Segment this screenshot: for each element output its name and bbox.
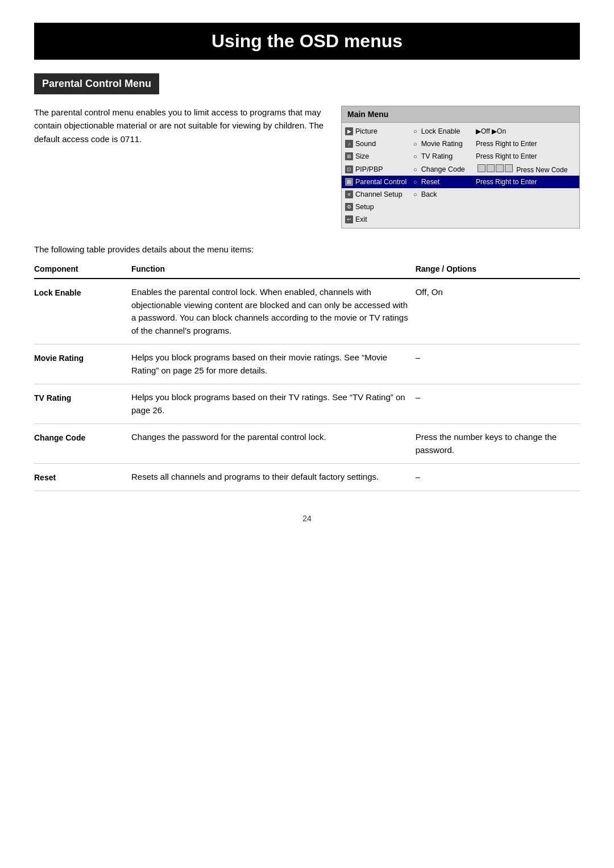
page-container: Using the OSD menus Parental Control Men… [0,0,614,868]
osd-menu-channel: ≡ Channel Setup [345,190,413,198]
table-section: The following table provides details abo… [34,244,580,491]
bullet-icon: ○ [413,153,417,160]
intro-text: The parental control menu enables you to… [34,106,324,146]
osd-row-size: ⊞ Size ○ TV Rating Press Right to Enter [342,150,579,163]
osd-row-channel: ≡ Channel Setup ○ Back [342,188,579,201]
code-box-2 [487,164,495,172]
osd-value-lock-enable: ▶Off ▶On [476,127,576,135]
cell-function-reset: Resets all channels and programs to thei… [131,464,416,491]
picture-icon: ▶ [345,127,353,135]
cell-range-change-code: Press the number keys to change the pass… [416,424,580,464]
osd-value-change-code: Press New Code [476,164,576,174]
osd-option-movie-rating: ○ Movie Rating [413,140,476,148]
cell-function-tv-rating: Helps you block programs based on their … [131,384,416,424]
osd-option-label: TV Rating [421,152,453,160]
table-header-row: Component Function Range / Options [34,261,580,279]
osd-row-setup: ⚙ Setup [342,201,579,213]
cell-function-change-code: Changes the password for the parental co… [131,424,416,464]
osd-menu-parental: ⊠ Parental Control [345,178,413,186]
osd-option-label: Change Code [421,165,465,173]
osd-option-reset: ○ Reset [413,178,476,186]
osd-menu-pip: ⊡ PIP/PBP [345,165,413,173]
section-heading: Parental Control Menu [34,73,159,94]
pip-icon: ⊡ [345,165,353,173]
osd-menu-sound: ♪ Sound [345,140,413,148]
osd-label-size: Size [355,152,369,160]
osd-value-movie-rating: Press Right to Enter [476,140,576,148]
cell-component-movie-rating: Movie Rating [34,344,131,384]
parental-icon: ⊠ [345,178,353,186]
bullet-icon: ○ [413,166,417,173]
menu-table: Component Function Range / Options Lock … [34,261,580,491]
page-title: Using the OSD menus [34,31,580,52]
table-row: Change Code Changes the password for the… [34,424,580,464]
col-header-function: Function [131,261,416,279]
osd-label-exit: Exit [355,215,367,223]
code-box-4 [505,164,513,172]
osd-body: ▶ Picture ○ Lock Enable ▶Off ▶On ♪ Sound [342,123,579,228]
code-box-1 [478,164,486,172]
page-number-text: 24 [302,514,312,523]
cell-range-reset: – [416,464,580,491]
osd-option-tv-rating: ○ TV Rating [413,152,476,160]
osd-label-picture: Picture [355,127,377,135]
table-header: Component Function Range / Options [34,261,580,279]
cell-component-change-code: Change Code [34,424,131,464]
osd-row-exit: ↩ Exit [342,213,579,226]
col-header-component: Component [34,261,131,279]
osd-option-label: Reset [421,178,440,186]
page-number: 24 [34,514,580,523]
cell-component-tv-rating: TV Rating [34,384,131,424]
table-intro: The following table provides details abo… [34,244,580,254]
bullet-icon: ○ [413,191,417,198]
table-row: TV Rating Helps you block programs based… [34,384,580,424]
bullet-icon: ○ [413,178,417,185]
channel-icon: ≡ [345,190,353,198]
osd-menu-setup: ⚙ Setup [345,203,413,211]
cell-component-lock-enable: Lock Enable [34,279,131,344]
osd-row-pip: ⊡ PIP/PBP ○ Change Code [342,163,579,176]
osd-label-pip: PIP/PBP [355,165,383,173]
cell-range-lock-enable: Off, On [416,279,580,344]
osd-option-label: Back [421,190,437,198]
cell-component-reset: Reset [34,464,131,491]
cell-function-movie-rating: Helps you block programs based on their … [131,344,416,384]
cell-function-lock-enable: Enables the parental control lock. When … [131,279,416,344]
sound-icon: ♪ [345,140,353,148]
col-header-range: Range / Options [416,261,580,279]
osd-label-channel: Channel Setup [355,190,403,198]
osd-option-lock-enable: ○ Lock Enable [413,127,476,135]
code-box-3 [496,164,504,172]
table-row: Lock Enable Enables the parental control… [34,279,580,344]
setup-icon: ⚙ [345,203,353,211]
top-section: The parental control menu enables you to… [34,106,580,229]
osd-value-tv-rating: Press Right to Enter [476,152,576,160]
osd-row-sound: ♪ Sound ○ Movie Rating Press Right to En… [342,138,579,150]
osd-option-label: Lock Enable [421,127,460,135]
osd-menu-screenshot: Main Menu ▶ Picture ○ Lock Enable ▶Off ▶… [341,106,580,229]
osd-menu-exit: ↩ Exit [345,215,413,223]
bullet-icon: ○ [413,140,417,147]
table-row: Movie Rating Helps you block programs ba… [34,344,580,384]
osd-label-setup: Setup [355,203,374,211]
osd-label-parental: Parental Control [355,178,406,186]
cell-range-tv-rating: – [416,384,580,424]
osd-option-back: ○ Back [413,190,476,198]
size-icon: ⊞ [345,152,353,160]
osd-value-reset: Press Right to Enter [476,178,576,186]
exit-icon: ↩ [345,215,353,223]
cell-range-movie-rating: – [416,344,580,384]
table-body: Lock Enable Enables the parental control… [34,279,580,491]
page-title-bar: Using the OSD menus [34,23,580,60]
osd-label-sound: Sound [355,140,376,148]
osd-menu-picture: ▶ Picture [345,127,413,135]
osd-row-parental: ⊠ Parental Control ○ Reset Press Right t… [342,176,579,188]
osd-option-label: Movie Rating [421,140,463,148]
osd-header: Main Menu [342,106,579,123]
code-input-boxes [478,164,513,172]
bullet-icon: ○ [413,128,417,135]
osd-row-picture: ▶ Picture ○ Lock Enable ▶Off ▶On [342,125,579,138]
osd-option-change-code: ○ Change Code [413,165,476,173]
osd-menu-size: ⊞ Size [345,152,413,160]
table-row: Reset Resets all channels and programs t… [34,464,580,491]
